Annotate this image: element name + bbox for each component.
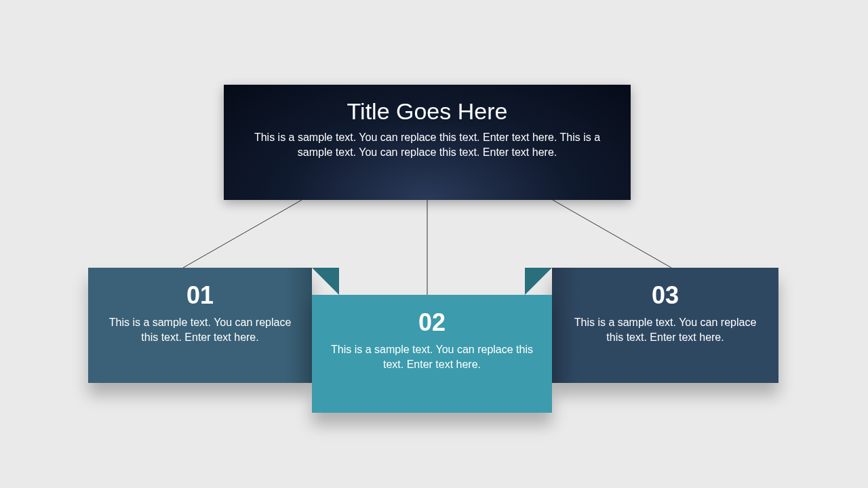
fold-right-shape — [525, 268, 552, 295]
card-02-text: This is a sample text. You can replace t… — [329, 342, 535, 373]
slide-title: Title Goes Here — [244, 98, 610, 125]
card-01-text: This is a sample text. You can replace t… — [105, 315, 295, 346]
slide-subtitle: This is a sample text. You can replace t… — [244, 130, 610, 161]
fold-left-shape — [312, 268, 339, 295]
card-01-number: 01 — [105, 281, 295, 310]
title-box: Title Goes Here This is a sample text. Y… — [224, 85, 631, 200]
card-02: 02 This is a sample text. You can replac… — [312, 295, 552, 413]
svg-line-2 — [553, 200, 671, 268]
svg-line-0 — [183, 200, 302, 268]
card-02-number: 02 — [329, 308, 535, 337]
card-03-number: 03 — [569, 281, 762, 310]
card-01: 01 This is a sample text. You can replac… — [88, 268, 312, 383]
connector-lines — [0, 0, 868, 488]
card-03-text: This is a sample text. You can replace t… — [569, 315, 762, 346]
card-03: 03 This is a sample text. You can replac… — [552, 268, 778, 383]
